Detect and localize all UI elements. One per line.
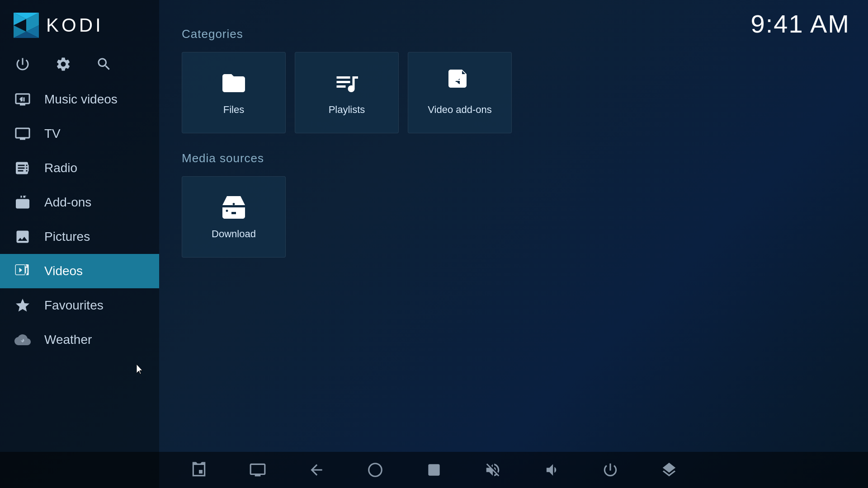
videos-icon (14, 262, 32, 280)
pictures-icon (14, 228, 32, 246)
sidebar-item-music-videos[interactable]: Music videos (0, 82, 159, 117)
sidebar-label-addons: Add-ons (44, 195, 91, 210)
vol-mute-button[interactable] (481, 459, 504, 481)
sidebar-item-videos[interactable]: Videos (0, 254, 159, 288)
folder-icon (220, 70, 247, 97)
power-bottom-button[interactable] (599, 459, 622, 481)
sidebar: KODI Music videos TV (0, 0, 159, 488)
tile-video-addons-label: Video add-ons (428, 104, 492, 116)
harddrive-icon (220, 194, 247, 221)
sidebar-label-videos: Videos (44, 264, 83, 278)
tile-download[interactable]: Download (182, 176, 286, 258)
sidebar-label-radio: Radio (44, 161, 77, 175)
top-icons-bar (0, 51, 159, 82)
sidebar-label-favourites: Favourites (44, 298, 104, 313)
music-video-icon (14, 90, 32, 108)
sidebar-item-tv[interactable]: TV (0, 117, 159, 151)
media-sources-grid: Download (182, 176, 845, 258)
screenshot-button[interactable] (188, 459, 210, 481)
sidebar-item-pictures[interactable]: Pictures (0, 220, 159, 254)
radio-icon (14, 159, 32, 177)
tile-playlists[interactable]: Playlists (295, 52, 399, 133)
vol-down-button[interactable] (540, 459, 563, 481)
sidebar-label-weather: Weather (44, 333, 92, 347)
tv-icon (14, 125, 32, 143)
sidebar-label-tv: TV (44, 127, 61, 141)
sidebar-item-radio[interactable]: Radio (0, 151, 159, 185)
sidebar-item-favourites[interactable]: Favourites (0, 288, 159, 323)
svg-point-6 (369, 464, 382, 477)
main-content: 9:41 AM Categories Files Playlists Video… (159, 0, 868, 452)
menu-button[interactable] (658, 459, 680, 481)
nav-menu: Music videos TV Radio Add-ons (0, 82, 159, 488)
tile-files[interactable]: Files (182, 52, 286, 133)
categories-grid: Files Playlists Video add-ons (182, 52, 845, 133)
logo-area: KODI (0, 0, 159, 51)
search-button[interactable] (95, 55, 113, 73)
back-button[interactable] (305, 459, 328, 481)
media-sources-title: Media sources (182, 151, 845, 165)
sidebar-label-pictures: Pictures (44, 230, 90, 244)
app-title: KODI (46, 14, 104, 36)
tile-download-label: Download (212, 228, 256, 240)
kodi-logo-icon (14, 13, 39, 38)
sidebar-item-addons[interactable]: Add-ons (0, 185, 159, 220)
power-button[interactable] (14, 55, 32, 73)
weather-icon (14, 331, 32, 349)
playlists-icon (333, 70, 360, 97)
stop-button[interactable] (423, 459, 445, 481)
addons-icon (14, 193, 32, 211)
sidebar-item-weather[interactable]: Weather (0, 323, 159, 357)
tile-files-label: Files (223, 104, 244, 116)
bottom-bar (0, 452, 868, 488)
svg-rect-7 (428, 464, 439, 475)
tile-video-addons[interactable]: Video add-ons (408, 52, 512, 133)
video-addons-icon (446, 70, 473, 97)
display-button[interactable] (246, 459, 269, 481)
settings-button[interactable] (54, 55, 72, 73)
favourites-icon (14, 296, 32, 314)
categories-title: Categories (182, 27, 845, 41)
tile-playlists-label: Playlists (329, 104, 365, 116)
sidebar-label-music-videos: Music videos (44, 92, 118, 107)
home-button[interactable] (364, 459, 387, 481)
clock-display: 9:41 AM (751, 9, 850, 38)
